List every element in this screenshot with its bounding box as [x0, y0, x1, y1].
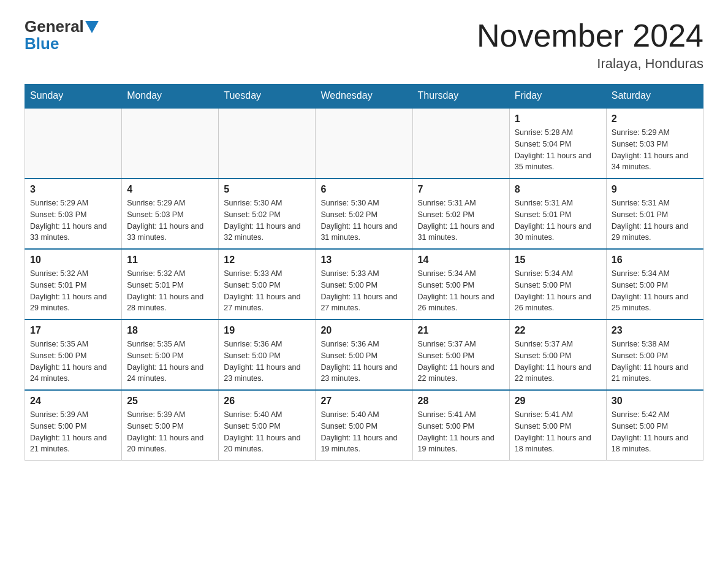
calendar-cell: 21Sunrise: 5:37 AMSunset: 5:00 PMDayligh…	[412, 320, 509, 390]
day-info: Sunrise: 5:34 AMSunset: 5:00 PMDaylight:…	[515, 268, 601, 314]
day-info: Sunrise: 5:30 AMSunset: 5:02 PMDaylight:…	[224, 197, 310, 243]
calendar-cell: 5Sunrise: 5:30 AMSunset: 5:02 PMDaylight…	[219, 178, 316, 249]
day-number: 26	[224, 396, 310, 407]
day-number: 7	[418, 184, 504, 195]
day-number: 13	[320, 255, 407, 266]
calendar-week-4: 17Sunrise: 5:35 AMSunset: 5:00 PMDayligh…	[25, 320, 703, 390]
calendar-cell: 1Sunrise: 5:28 AMSunset: 5:04 PMDaylight…	[509, 108, 606, 178]
day-number: 29	[515, 396, 601, 407]
day-number: 19	[224, 325, 310, 336]
day-info: Sunrise: 5:31 AMSunset: 5:01 PMDaylight:…	[515, 197, 601, 243]
day-info: Sunrise: 5:29 AMSunset: 5:03 PMDaylight:…	[30, 197, 116, 243]
month-title: November 2024	[477, 18, 703, 53]
calendar-cell: 15Sunrise: 5:34 AMSunset: 5:00 PMDayligh…	[509, 249, 606, 320]
day-number: 5	[224, 184, 310, 195]
day-info: Sunrise: 5:33 AMSunset: 5:00 PMDaylight:…	[320, 268, 407, 314]
calendar-cell: 17Sunrise: 5:35 AMSunset: 5:00 PMDayligh…	[25, 320, 122, 390]
calendar-table: SundayMondayTuesdayWednesdayThursdayFrid…	[25, 84, 703, 461]
svg-marker-0	[85, 21, 99, 33]
day-number: 2	[612, 113, 698, 124]
calendar-cell: 10Sunrise: 5:32 AMSunset: 5:01 PMDayligh…	[25, 249, 122, 320]
day-info: Sunrise: 5:30 AMSunset: 5:02 PMDaylight:…	[320, 197, 407, 243]
day-info: Sunrise: 5:37 AMSunset: 5:00 PMDaylight:…	[515, 339, 601, 385]
day-info: Sunrise: 5:41 AMSunset: 5:00 PMDaylight:…	[515, 409, 601, 455]
day-info: Sunrise: 5:38 AMSunset: 5:00 PMDaylight:…	[612, 339, 698, 385]
calendar-cell: 14Sunrise: 5:34 AMSunset: 5:00 PMDayligh…	[412, 249, 509, 320]
day-number: 9	[612, 184, 698, 195]
day-info: Sunrise: 5:42 AMSunset: 5:00 PMDaylight:…	[612, 409, 698, 455]
day-info: Sunrise: 5:41 AMSunset: 5:00 PMDaylight:…	[418, 409, 504, 455]
calendar-header-sunday: Sunday	[25, 84, 122, 108]
day-number: 23	[612, 325, 698, 336]
day-number: 15	[515, 255, 601, 266]
logo-blue: Blue	[25, 34, 59, 53]
day-info: Sunrise: 5:36 AMSunset: 5:00 PMDaylight:…	[224, 339, 310, 385]
calendar-cell: 16Sunrise: 5:34 AMSunset: 5:00 PMDayligh…	[606, 249, 703, 320]
day-number: 8	[515, 184, 601, 195]
day-info: Sunrise: 5:32 AMSunset: 5:01 PMDaylight:…	[127, 268, 213, 314]
calendar-header-monday: Monday	[122, 84, 219, 108]
calendar-cell: 28Sunrise: 5:41 AMSunset: 5:00 PMDayligh…	[412, 390, 509, 461]
logo-arrow-icon	[85, 21, 99, 33]
day-info: Sunrise: 5:32 AMSunset: 5:01 PMDaylight:…	[30, 268, 116, 314]
logo-general: General	[25, 18, 84, 34]
day-info: Sunrise: 5:40 AMSunset: 5:00 PMDaylight:…	[224, 409, 310, 455]
day-info: Sunrise: 5:34 AMSunset: 5:00 PMDaylight:…	[612, 268, 698, 314]
calendar-week-5: 24Sunrise: 5:39 AMSunset: 5:00 PMDayligh…	[25, 390, 703, 461]
day-info: Sunrise: 5:36 AMSunset: 5:00 PMDaylight:…	[320, 339, 407, 385]
day-number: 1	[515, 113, 601, 124]
calendar-cell: 30Sunrise: 5:42 AMSunset: 5:00 PMDayligh…	[606, 390, 703, 461]
day-info: Sunrise: 5:35 AMSunset: 5:00 PMDaylight:…	[30, 339, 116, 385]
calendar-cell: 29Sunrise: 5:41 AMSunset: 5:00 PMDayligh…	[509, 390, 606, 461]
calendar-cell: 20Sunrise: 5:36 AMSunset: 5:00 PMDayligh…	[316, 320, 412, 390]
location: Iralaya, Honduras	[477, 56, 703, 72]
calendar-cell: 19Sunrise: 5:36 AMSunset: 5:00 PMDayligh…	[219, 320, 316, 390]
calendar-week-2: 3Sunrise: 5:29 AMSunset: 5:03 PMDaylight…	[25, 178, 703, 249]
title-area: November 2024 Iralaya, Honduras	[477, 18, 703, 72]
day-number: 18	[127, 325, 213, 336]
day-number: 28	[418, 396, 504, 407]
calendar-cell: 13Sunrise: 5:33 AMSunset: 5:00 PMDayligh…	[316, 249, 412, 320]
calendar-cell: 27Sunrise: 5:40 AMSunset: 5:00 PMDayligh…	[316, 390, 412, 461]
day-info: Sunrise: 5:29 AMSunset: 5:03 PMDaylight:…	[127, 197, 213, 243]
calendar-cell: 3Sunrise: 5:29 AMSunset: 5:03 PMDaylight…	[25, 178, 122, 249]
calendar-cell	[412, 108, 509, 178]
day-number: 20	[320, 325, 407, 336]
calendar-header-tuesday: Tuesday	[219, 84, 316, 108]
calendar-header-friday: Friday	[509, 84, 606, 108]
day-number: 21	[418, 325, 504, 336]
calendar-cell	[122, 108, 219, 178]
calendar-cell: 22Sunrise: 5:37 AMSunset: 5:00 PMDayligh…	[509, 320, 606, 390]
calendar-week-1: 1Sunrise: 5:28 AMSunset: 5:04 PMDaylight…	[25, 108, 703, 178]
logo: General Blue	[25, 18, 99, 53]
calendar-cell: 23Sunrise: 5:38 AMSunset: 5:00 PMDayligh…	[606, 320, 703, 390]
day-info: Sunrise: 5:39 AMSunset: 5:00 PMDaylight:…	[127, 409, 213, 455]
day-info: Sunrise: 5:34 AMSunset: 5:00 PMDaylight:…	[418, 268, 504, 314]
day-info: Sunrise: 5:37 AMSunset: 5:00 PMDaylight:…	[418, 339, 504, 385]
day-info: Sunrise: 5:29 AMSunset: 5:03 PMDaylight:…	[612, 127, 698, 173]
day-number: 3	[30, 184, 116, 195]
calendar-week-3: 10Sunrise: 5:32 AMSunset: 5:01 PMDayligh…	[25, 249, 703, 320]
calendar-cell: 7Sunrise: 5:31 AMSunset: 5:02 PMDaylight…	[412, 178, 509, 249]
day-number: 14	[418, 255, 504, 266]
day-number: 6	[320, 184, 407, 195]
calendar-cell: 12Sunrise: 5:33 AMSunset: 5:00 PMDayligh…	[219, 249, 316, 320]
day-number: 11	[127, 255, 213, 266]
calendar-header-row: SundayMondayTuesdayWednesdayThursdayFrid…	[25, 84, 703, 108]
calendar-cell: 24Sunrise: 5:39 AMSunset: 5:00 PMDayligh…	[25, 390, 122, 461]
day-number: 10	[30, 255, 116, 266]
day-info: Sunrise: 5:40 AMSunset: 5:00 PMDaylight:…	[320, 409, 407, 455]
day-number: 16	[612, 255, 698, 266]
day-info: Sunrise: 5:28 AMSunset: 5:04 PMDaylight:…	[515, 127, 601, 173]
calendar-cell: 25Sunrise: 5:39 AMSunset: 5:00 PMDayligh…	[122, 390, 219, 461]
calendar-cell: 26Sunrise: 5:40 AMSunset: 5:00 PMDayligh…	[219, 390, 316, 461]
calendar-header-saturday: Saturday	[606, 84, 703, 108]
calendar-cell: 8Sunrise: 5:31 AMSunset: 5:01 PMDaylight…	[509, 178, 606, 249]
calendar-cell: 9Sunrise: 5:31 AMSunset: 5:01 PMDaylight…	[606, 178, 703, 249]
day-info: Sunrise: 5:39 AMSunset: 5:00 PMDaylight:…	[30, 409, 116, 455]
calendar-cell	[219, 108, 316, 178]
day-info: Sunrise: 5:31 AMSunset: 5:02 PMDaylight:…	[418, 197, 504, 243]
day-info: Sunrise: 5:35 AMSunset: 5:00 PMDaylight:…	[127, 339, 213, 385]
calendar-cell: 18Sunrise: 5:35 AMSunset: 5:00 PMDayligh…	[122, 320, 219, 390]
day-number: 12	[224, 255, 310, 266]
